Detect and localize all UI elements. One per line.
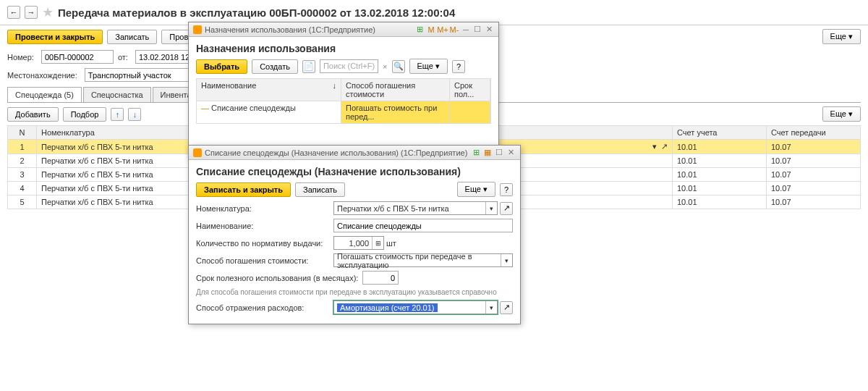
pick-button[interactable]: Подбор	[63, 107, 107, 122]
open-ref-button[interactable]: ↗	[500, 202, 513, 215]
app-icon	[193, 148, 202, 157]
method-field[interactable]: Погашать стоимость при передаче в эксплу…	[333, 253, 513, 267]
move-up-button[interactable]: ↑	[111, 108, 124, 121]
back-button[interactable]: ←	[7, 6, 20, 19]
close-icon[interactable]: ✕	[506, 148, 516, 158]
qty-field[interactable]: 1,000 ⊞	[333, 236, 384, 250]
number-label: Номер:	[7, 53, 34, 62]
help-button[interactable]: ?	[452, 60, 465, 73]
hint-text: Для способа погашения стоимости при пере…	[196, 288, 513, 296]
maximize-icon[interactable]: ☐	[472, 25, 482, 35]
save-button[interactable]: Записать	[107, 30, 157, 44]
number-field[interactable]	[41, 50, 114, 64]
usage-row[interactable]: — Списание спецодежды Погашать стоимость…	[196, 101, 491, 124]
col-naimenovanie[interactable]: Наименование↓	[197, 79, 341, 101]
dialog1-title: Назначения использования (1С:Предприятие…	[205, 25, 375, 34]
col-method[interactable]: Способ погашения стоимости	[341, 79, 450, 101]
move-down-button[interactable]: ↓	[128, 108, 141, 121]
more-button[interactable]: Еще ▾	[822, 29, 861, 44]
qty-unit: шт	[386, 239, 396, 248]
expense-label: Способ отражения расходов:	[196, 303, 333, 312]
dropdown-icon[interactable]: ▾	[485, 301, 497, 314]
col-term[interactable]: Срок пол...	[450, 79, 490, 101]
win-mplus-icon[interactable]: M+	[438, 25, 448, 35]
dialog1-more-button[interactable]: Еще ▾	[409, 59, 448, 74]
qty-label: Количество по нормативу выдачи:	[196, 239, 333, 248]
dropdown-icon[interactable]: ▾	[485, 202, 497, 214]
expense-field[interactable]: Амортизация (счет 20.01) ▾	[333, 300, 498, 314]
maximize-icon[interactable]: ☐	[494, 148, 504, 158]
method-label: Способ погашения стоимости:	[196, 256, 333, 265]
create-button[interactable]: Создать	[252, 59, 298, 74]
add-button[interactable]: Добавить	[7, 107, 59, 122]
win-m-icon[interactable]: M	[426, 25, 436, 35]
col-n[interactable]: N	[8, 126, 37, 140]
col-account[interactable]: Счет учета	[673, 126, 767, 140]
app-icon	[193, 25, 202, 34]
win-mminus-icon[interactable]: M-	[449, 25, 459, 35]
dialog2-heading: Списание спецодежды (Назначение использо…	[196, 166, 513, 177]
page-title: Передача материалов в эксплуатацию 00БП-…	[58, 7, 455, 19]
tab-spetsodezhda[interactable]: Спецодежда (5)	[7, 87, 82, 102]
nomen-label: Номенклатура:	[196, 204, 333, 213]
usage-purposes-dialog: Назначения использования (1С:Предприятие…	[188, 22, 499, 159]
forward-button[interactable]: →	[25, 6, 38, 19]
minimize-icon[interactable]: ─	[461, 25, 471, 35]
win-calc-icon[interactable]: ⊞	[471, 148, 481, 158]
dialog2-save-button[interactable]: Записать	[295, 182, 345, 197]
name-field[interactable]	[333, 219, 513, 232]
nomen-field[interactable]: Перчатки х/б с ПВХ 5-ти нитка ▾	[333, 201, 498, 215]
post-and-close-button[interactable]: Провести и закрыть	[7, 30, 103, 44]
close-icon[interactable]: ✕	[484, 25, 494, 35]
writeoff-dialog: Списание спецодежды (Назначение использо…	[188, 145, 521, 324]
find-button[interactable]: 🔍	[392, 60, 405, 73]
col-account-transfer[interactable]: Счет передачи	[767, 126, 861, 140]
win-calc-icon[interactable]: ⊞	[414, 25, 425, 35]
tab-spetsosnastka[interactable]: Спецоснастка	[83, 87, 151, 102]
dialog2-title: Списание спецодежды (Назначение использо…	[205, 148, 467, 157]
tab-more-button[interactable]: Еще ▾	[822, 106, 861, 122]
term-field[interactable]	[362, 271, 399, 285]
favorite-star-icon[interactable]: ★	[42, 4, 54, 20]
term-label: Срок полезного использования (в месяцах)…	[196, 274, 362, 282]
open-ref-button[interactable]: ↗	[500, 301, 513, 314]
select-button[interactable]: Выбрать	[196, 59, 247, 74]
copy-button[interactable]: 📄	[302, 60, 315, 73]
from-label: от:	[118, 53, 128, 62]
dialog2-help-button[interactable]: ?	[500, 183, 513, 196]
search-input[interactable]: Поиск (Ctrl+F)	[320, 59, 378, 73]
dialog2-more-button[interactable]: Еще ▾	[457, 182, 495, 197]
win-table-icon[interactable]: ▦	[482, 148, 493, 158]
name-label: Наименование:	[196, 222, 333, 230]
calc-icon[interactable]: ⊞	[372, 237, 383, 249]
dialog1-heading: Назначения использования	[196, 43, 491, 54]
save-close-button[interactable]: Записать и закрыть	[196, 182, 291, 197]
dropdown-icon[interactable]: ▾	[501, 254, 512, 266]
location-label: Местонахождение:	[7, 71, 77, 80]
